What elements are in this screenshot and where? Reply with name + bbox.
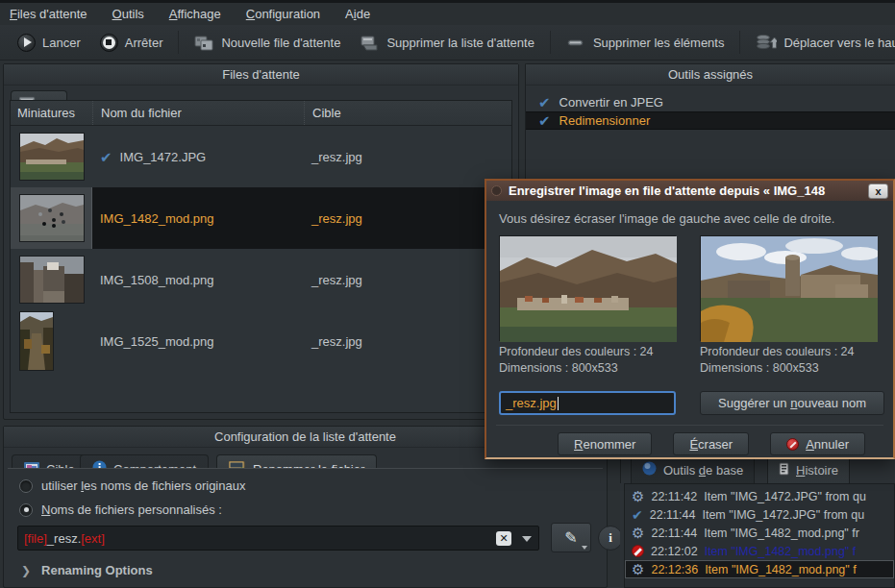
filename-text: IMG_1525_mod.png [100, 334, 214, 349]
target-text: _resz.jpg [304, 150, 511, 164]
menu-affichage[interactable]: Affichage [169, 7, 221, 21]
existing-image-preview [499, 235, 676, 341]
new-image-preview [700, 235, 877, 341]
right-image-block: Profondeur des couleurs : 24 Dimensions … [700, 235, 877, 377]
menu-bar: Files d'attente Outils Affichage Configu… [0, 3, 895, 25]
text-cursor [558, 397, 559, 410]
run-label: Lancer [42, 36, 81, 50]
left-image-color-depth: Profondeur des couleurs : 24 [499, 344, 676, 360]
cancel-label: Annuler [806, 437, 849, 452]
main-toolbar: Lancer Arrêter Nouvelle file d'attente S… [0, 25, 895, 61]
menu-files-dattente[interactable]: Files d'attente [10, 7, 87, 21]
queue-row-img-1482-selected[interactable]: IMG_1482_mod.png _resz.jpg [11, 187, 511, 249]
queues-panel-title: Files d'attente [4, 64, 518, 86]
menu-outils[interactable]: Outils [112, 7, 144, 21]
radio-original-names[interactable]: utiliser les noms de fichiers originaux [19, 478, 603, 493]
new-queue-button[interactable]: Nouvelle file d'attente [185, 28, 350, 57]
run-button[interactable]: Lancer [8, 28, 90, 57]
delete-items-button[interactable]: Supprimer les éléments [557, 28, 734, 57]
new-queue-label: Nouvelle file d'attente [221, 36, 340, 50]
history-text: Item "IMG_1482_mod.png" fr [704, 527, 859, 540]
history-text: Item "IMG_1482_mod.png" f [705, 563, 857, 576]
suggest-label: Suggérer un nouveau nom [718, 396, 866, 410]
gear-icon: ⚙ [632, 526, 644, 540]
chevron-down-icon[interactable] [522, 536, 532, 542]
expander-arrow-icon: ❯ [21, 564, 31, 577]
history-row-3[interactable]: ⚙ 22:11:44 Item "IMG_1482_mod.png" fr [625, 524, 894, 542]
history-time: 22:11:42 [651, 490, 697, 503]
target-text: _resz.jpg [304, 334, 511, 349]
column-header-target[interactable]: Cible [304, 101, 511, 125]
stop-button[interactable]: Arrêter [90, 28, 173, 57]
history-time: 22:12:02 [651, 545, 698, 558]
suggest-new-name-button[interactable]: Suggérer un nouveau nom [700, 391, 884, 415]
dialog-message: Vous désirez écraser l'image de gauche a… [499, 211, 893, 226]
overwrite-button[interactable]: Écraser [673, 432, 749, 455]
column-header-miniatures[interactable]: Miniatures [11, 101, 92, 125]
thumbnail-img-1508 [19, 256, 85, 304]
pattern-token-ext: [ext] [81, 531, 105, 546]
dialog-titlebar[interactable]: Enregistrer l'image en file d'attente de… [486, 181, 893, 201]
filename-text: IMG_1482_mod.png [100, 211, 214, 226]
move-up-button[interactable]: Déplacer vers le haut [746, 28, 895, 57]
history-row-4-error[interactable]: 22:12:02 Item "IMG_1482_mod.png" f [625, 542, 894, 560]
check-icon: ✔ [632, 508, 643, 522]
dialog-image-compare: Profondeur des couleurs : 24 Dimensions … [499, 235, 877, 377]
tab-outils-de-base-label: Outils de base [663, 463, 743, 478]
new-filename-input[interactable]: _resz.jpg [499, 391, 676, 415]
base-tools-globe-icon [642, 461, 657, 478]
cancel-button[interactable]: Annuler [770, 432, 865, 455]
queue-table: Miniatures Nom du fichier Cible ✔ IMG_14… [10, 100, 512, 413]
history-time: 22:12:36 [651, 563, 698, 576]
rename-button[interactable]: Renommer [558, 432, 652, 455]
right-image-dimensions: Dimensions : 800x533 [700, 360, 877, 377]
column-header-filename[interactable]: Nom du fichier [92, 101, 304, 125]
rename-settings-body: utiliser les noms de fichiers originaux … [8, 468, 603, 587]
queue-row-img-1525[interactable]: IMG_1525_mod.png _resz.jpg [11, 310, 511, 372]
left-image-block: Profondeur des couleurs : 24 Dimensions … [499, 235, 676, 377]
toolbar-separator [739, 31, 740, 54]
stop-icon [100, 34, 118, 52]
filename-value: _resz.jpg [506, 396, 557, 410]
renaming-options-expander[interactable]: ❯ Renaming Options [21, 563, 603, 577]
dialog-close-button[interactable]: x [868, 184, 888, 199]
menu-aide[interactable]: Aide [345, 7, 370, 21]
radio-icon-selected [19, 503, 33, 517]
tab-outils-de-base[interactable]: Outils de base [631, 455, 755, 483]
pattern-literal: _resz. [47, 531, 81, 546]
rename-pattern-input[interactable]: [file]_resz.[ext] ✕ [17, 526, 539, 551]
history-row-5-selected[interactable]: ⚙ 22:12:36 Item "IMG_1482_mod.png" f [625, 560, 894, 578]
thumbnail-img-1482-processing [19, 194, 85, 242]
history-panel: Outils de base Histoire ⚙ 22:11:42 Item … [620, 452, 895, 588]
menu-configuration[interactable]: Configuration [246, 7, 320, 21]
delete-items-label: Supprimer les éléments [593, 36, 725, 50]
left-image-dimensions: Dimensions : 800x533 [499, 360, 676, 377]
thumbnail-img-1472 [19, 133, 85, 181]
dialog-buttons: Renommer Écraser Annuler [558, 432, 865, 455]
check-icon: ✔ [538, 113, 551, 128]
tool-item-resize-selected[interactable]: ✔ Redimensionner [526, 111, 895, 130]
filename-text: IMG_1472.JPG [120, 150, 207, 164]
stop-label: Arrêter [125, 36, 163, 50]
history-row-1[interactable]: ⚙ 22:11:42 Item "IMG_1472.JPG" from qu [625, 487, 894, 505]
batch-queue-manager-window: Files d'attente Outils Affichage Configu… [0, 0, 895, 588]
history-row-2[interactable]: ✔ 22:11:44 Item "IMG_1472.JPG" from qu [625, 505, 894, 524]
queue-row-img-1508[interactable]: IMG_1508_mod.png _resz.jpg [11, 249, 511, 310]
rename-pattern-row: [file]_resz.[ext] ✕ ✎ i [17, 526, 603, 551]
history-icon [779, 462, 789, 478]
pattern-token-file: [file] [24, 531, 47, 546]
radio-icon-unselected [19, 479, 33, 493]
tool-item-convert-jpeg[interactable]: ✔ Convertir en JPEG [526, 93, 895, 111]
delete-queue-label: Supprimer la liste d'attente [386, 36, 535, 50]
radio-custom-names[interactable]: Noms de fichiers personnalisés : [19, 502, 603, 517]
delete-queue-button[interactable]: Supprimer la liste d'attente [350, 28, 544, 57]
tab-histoire-active[interactable]: Histoire [767, 455, 850, 483]
pattern-edit-button[interactable]: ✎ [551, 523, 591, 552]
queue-row-img-1472[interactable]: ✔ IMG_1472.JPG _resz.jpg [11, 126, 511, 187]
renaming-options-label: Renaming Options [41, 563, 153, 577]
new-queue-icon [194, 34, 214, 52]
target-text: _resz.jpg [304, 273, 511, 287]
history-time: 22:11:44 [650, 508, 696, 522]
dropdown-arrow-icon [582, 546, 587, 550]
clear-text-icon[interactable]: ✕ [496, 531, 511, 546]
